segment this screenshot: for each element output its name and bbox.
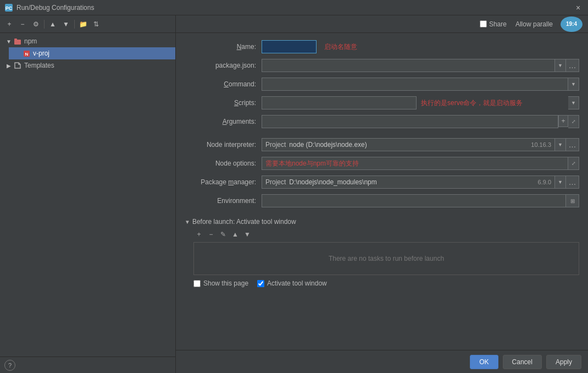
name-label: Name: [185,43,262,51]
before-launch-edit[interactable]: ✎ [218,229,229,240]
help-button[interactable]: ? [4,360,15,371]
allow-parallel-label: Allow paralle [515,20,553,28]
command-label: Command: [185,80,262,88]
v-proj-label: v-proj [33,50,49,57]
before-launch-down[interactable]: ▼ [242,229,253,240]
right-toolbar: Share Allow paralle 19:4 [176,15,588,33]
scripts-dropdown[interactable]: ▼ [568,96,579,109]
package-json-input[interactable]: D:\python脱产10期视频\day66\代码\v-proj\package… [262,59,555,72]
title-bar: PC Run/Debug Configurations × [0,0,588,15]
svg-rect-2 [14,40,21,45]
arguments-expand-btn[interactable]: ⤢ [568,115,579,128]
left-panel: + − ⚙ ▲ ▼ 📁 ⇅ ▼ npm [0,15,176,373]
package-manager-path: D:\nodejs\node_modules\npm [289,178,376,186]
node-options-expand[interactable]: ⤢ [568,157,579,170]
svg-rect-3 [14,39,17,40]
tree-item-v-proj[interactable]: ▶ N v-proj [9,47,175,59]
remove-config-button[interactable]: − [16,18,29,30]
move-down-button[interactable]: ▼ [60,18,72,30]
name-row: Name: v-proj 启动名随意 [185,40,579,54]
show-page-checkbox-label[interactable]: Show this page [203,279,248,287]
package-manager-browse[interactable]: … [566,175,579,189]
command-row: Command: run ▼ [185,77,579,91]
before-launch-toolbar: + − ✎ ▲ ▼ [185,229,579,240]
close-button[interactable]: × [573,2,584,13]
name-input[interactable]: v-proj [262,40,317,53]
scripts-field: serve 执行的是serve命令，就是启动服务 ▼ [262,96,579,109]
node-interpreter-dropdown[interactable]: ▼ [555,138,566,151]
share-label[interactable]: Share [489,20,507,28]
activate-tool-window-checkbox[interactable] [257,280,264,287]
no-tasks-label: There are no tasks to run before launch [329,255,444,262]
left-bottom-bar: ? [0,356,175,373]
scripts-input[interactable]: serve [262,96,417,109]
time-badge: 19:4 [561,17,583,32]
environment-input[interactable] [262,194,566,207]
command-input[interactable]: run [262,78,568,91]
node-options-field: 需要本地node与npm可靠的支持 ⤢ [262,157,579,170]
scripts-annotation: 执行的是serve命令，就是启动服务 [421,96,568,109]
node-interpreter-row: Node interpreter: Project node (D:\nodej… [185,138,579,152]
arguments-input[interactable] [262,115,558,128]
share-checkbox[interactable] [480,20,487,28]
node-options-display: 需要本地node与npm可靠的支持 [262,157,568,170]
node-interpreter-label: Node interpreter: [185,141,262,149]
package-json-row: package.json: D:\python脱产10期视频\day66\代码\… [185,58,579,73]
move-up-button[interactable]: ▲ [47,18,59,30]
package-json-label: package.json: [185,62,262,69]
add-config-button[interactable]: + [3,18,15,30]
name-annotation: 启动名随意 [324,42,357,52]
right-panel: Share Allow paralle 19:4 Name: v-proj 启动… [176,15,588,373]
share-group: Share Allow paralle 19:4 [480,17,583,32]
show-page-checkbox[interactable] [193,280,201,287]
ok-button[interactable]: OK [470,355,498,369]
node-options-label: Node options: [185,160,262,167]
before-launch-add[interactable]: + [193,229,204,240]
before-launch-toggle[interactable]: ▼ [185,219,190,225]
apply-button[interactable]: Apply [546,355,581,369]
form-area: Name: v-proj 启动名随意 package.json: D:\pyth… [176,33,588,350]
environment-row: Environment: ⊞ [185,194,579,208]
svg-text:PC: PC [5,6,13,11]
node-interpreter-display: Project node (D:\nodejs\node.exe) 10.16.… [262,138,555,151]
tree-item-templates[interactable]: ▶ Templates [0,59,175,72]
copy-config-button[interactable]: 📁 [77,18,89,30]
package-manager-dropdown[interactable]: ▼ [555,175,566,189]
package-manager-prefix: Project [265,178,286,186]
scripts-row: Scripts: serve 执行的是serve命令，就是启动服务 ▼ [185,96,579,110]
node-interpreter-browse[interactable]: … [566,138,579,151]
environment-edit-btn[interactable]: ⊞ [566,194,579,207]
sort-config-button[interactable]: ⇅ [90,18,102,30]
templates-label: Templates [24,62,54,69]
activate-tool-window-group: Activate tool window [257,279,327,287]
node-interpreter-field: Project node (D:\nodejs\node.exe) 10.16.… [262,138,579,151]
package-manager-label: Package manager: [185,178,262,186]
environment-label: Environment: [185,197,262,205]
bottom-bar: OK Cancel Apply [176,350,588,373]
edit-config-button[interactable]: ⚙ [30,18,42,30]
before-launch-remove[interactable]: − [206,229,217,240]
show-page-group: Show this page [193,279,248,287]
tree-item-npm[interactable]: ▼ npm [0,35,175,47]
before-launch-up[interactable]: ▲ [230,229,241,240]
package-json-browse[interactable]: … [566,59,579,72]
scripts-label: Scripts: [185,99,262,107]
main-layout: + − ⚙ ▲ ▼ 📁 ⇅ ▼ npm [0,15,588,373]
command-dropdown[interactable]: ▼ [568,78,579,91]
activate-tool-window-label[interactable]: Activate tool window [267,279,327,287]
tree-arrow-templates: ▶ [4,61,13,70]
package-manager-field: Project D:\nodejs\node_modules\npm 6.9.0… [262,175,579,189]
dialog-title: Run/Debug Configurations [16,4,584,12]
npm-group-label: npm [24,37,37,45]
arguments-add-btn[interactable]: + [558,115,568,127]
package-manager-display: Project D:\nodejs\node_modules\npm 6.9.0 [262,175,555,189]
npm-folder-icon [13,37,22,46]
cancel-button[interactable]: Cancel [503,355,542,369]
environment-field: ⊞ [262,194,579,207]
command-field: run ▼ [262,78,579,91]
package-json-dropdown[interactable]: ▼ [555,59,566,72]
bottom-checkboxes: Show this page Activate tool window [185,279,579,287]
node-options-row: Node options: 需要本地node与npm可靠的支持 ⤢ [185,156,579,171]
node-interpreter-version: 10.16.3 [531,141,551,148]
app-icon: PC [4,3,13,12]
